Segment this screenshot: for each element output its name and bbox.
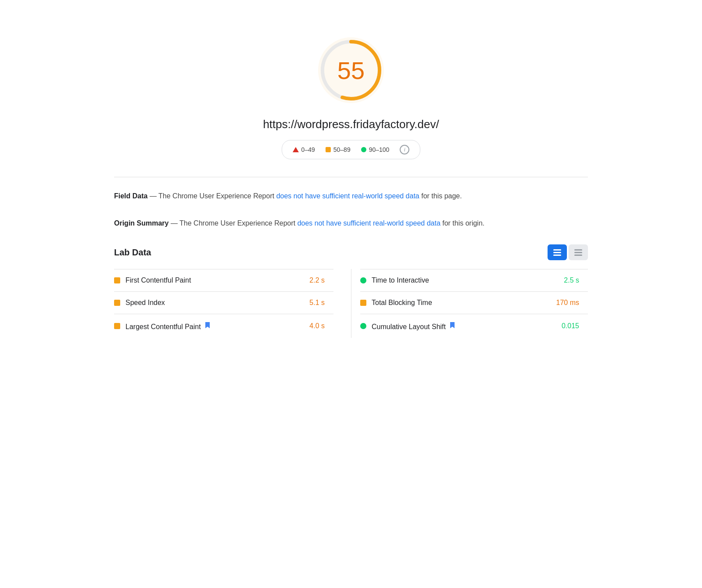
origin-summary-text-before: — The Chrome User Experience Report [168,219,297,227]
metric-value: 2.5 s [548,276,579,284]
metric-value: 5.1 s [294,299,325,307]
page-url: https://wordpress.fridayfactory.dev/ [263,118,439,131]
legend-avg: 50–89 [326,146,351,153]
score-section: 55 https://wordpress.fridayfactory.dev/ … [114,18,588,172]
lab-data-section: Lab Data Fir [114,244,588,338]
metric-icon-orange [114,323,120,329]
pass-label: 90–100 [369,146,390,153]
field-data-text-after: for this page. [419,192,462,200]
metrics-left-column: First Contentful Paint 2.2 s Speed Index… [114,269,351,338]
metric-row: Largest Contentful Paint 4.0 s [114,314,333,338]
view-toggle [548,244,588,260]
legend-pass: 90–100 [361,146,390,153]
metric-row: Cumulative Layout Shift 0.015 [360,314,588,338]
bookmark-icon [204,321,211,329]
lab-data-title: Lab Data [114,247,151,258]
bar-view-icon [553,249,561,256]
metric-value: 0.015 [548,322,579,330]
metric-name: Largest Contentful Paint [125,321,289,331]
lab-data-header: Lab Data [114,244,588,260]
metric-name: Time to Interactive [372,276,543,284]
field-data-title: Field Data [114,192,147,200]
list-view-icon [574,249,582,256]
metric-name: First Contentful Paint [125,276,289,284]
bar-view-button[interactable] [548,244,567,260]
score-circle: 55 [316,35,386,105]
metric-icon-orange [360,300,366,306]
origin-summary-link[interactable]: does not have sufficient real-world spee… [297,219,441,227]
avg-icon [326,147,331,152]
origin-summary-text-after: for this origin. [441,219,484,227]
metrics-right-column: Time to Interactive 2.5 s Total Blocking… [351,269,588,338]
field-data-text-before: — The Chrome User Experience Report [147,192,276,200]
legend-fail: 0–49 [293,146,315,153]
metric-name: Speed Index [125,299,289,307]
fail-icon [293,147,299,152]
score-number: 55 [337,56,365,85]
metric-name: Total Blocking Time [372,299,543,307]
pass-icon [361,147,366,152]
metric-row: Speed Index 5.1 s [114,291,333,314]
score-legend: 0–49 50–89 90–100 i [282,140,421,159]
metric-icon-green [360,277,366,283]
field-data-link[interactable]: does not have sufficient real-world spee… [276,192,419,200]
metric-name: Cumulative Layout Shift [372,321,543,331]
field-data-section: Field Data — The Chrome User Experience … [114,190,588,202]
metric-value: 170 ms [548,299,579,307]
metrics-grid: First Contentful Paint 2.2 s Speed Index… [114,269,588,338]
metric-row: Total Blocking Time 170 ms [360,291,588,314]
metric-value: 2.2 s [294,276,325,284]
origin-summary-title: Origin Summary [114,219,168,227]
info-button[interactable]: i [400,145,409,154]
metric-icon-orange [114,300,120,306]
metric-row: Time to Interactive 2.5 s [360,269,588,291]
origin-summary-section: Origin Summary — The Chrome User Experie… [114,218,588,229]
section-divider [114,177,588,177]
list-view-button[interactable] [569,244,588,260]
fail-label: 0–49 [301,146,315,153]
avg-label: 50–89 [333,146,351,153]
metric-icon-green [360,323,366,329]
metric-icon-orange [114,277,120,283]
metric-row: First Contentful Paint 2.2 s [114,269,333,291]
metric-value: 4.0 s [294,322,325,330]
bookmark-icon [449,321,455,329]
